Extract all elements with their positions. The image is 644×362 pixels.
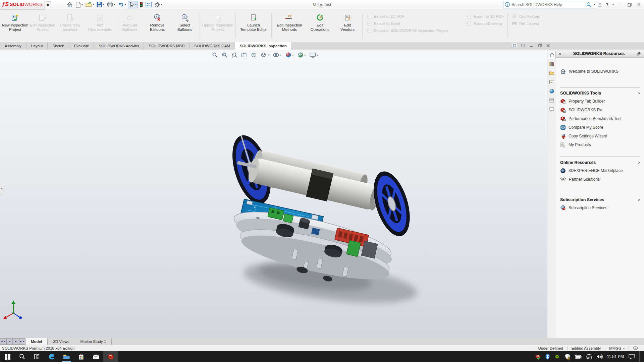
store-button[interactable] [74,351,89,362]
menu-expand-arrow[interactable]: ▶ [46,1,51,8]
new-document-caret[interactable]: ▾ [82,3,83,6]
search-input[interactable] [512,2,585,7]
partner-solutions-link[interactable]: Partner Solutions [560,175,640,184]
launch-template-editor-button[interactable]: LaunchTemplate Editor [237,12,270,32]
tab-solidworks-forum[interactable] [548,105,556,113]
tab-evaluate[interactable]: Evaluate [69,42,94,50]
select-tool-caret[interactable]: ▾ [135,3,137,6]
tab-file-explorer[interactable] [548,69,556,77]
export-to-excel-button[interactable]: Export to Excel [364,20,451,27]
taskbar-search-button[interactable] [15,351,30,362]
first-tab-button[interactable]: ◄◄ [0,338,6,345]
bluetooth-icon[interactable] [545,354,550,360]
tab-view-palette[interactable] [548,78,556,86]
pin-icon[interactable] [637,51,641,56]
update-inspection-project-button[interactable]: Update InspectionProject [201,12,234,32]
graphics-viewport[interactable]: ▾ ▾ ▾ ▾ ▾ ◀ [0,50,547,338]
print-button[interactable]: ▾ [106,1,116,8]
remove-balloons-button[interactable]: 1 RemoveBalloons [144,12,171,32]
options-button[interactable]: ▾ [153,1,163,8]
tab-solidworks-add-ins[interactable]: SOLIDWORKS Add-Ins [94,42,144,50]
performance-benchmark-test-link[interactable]: SRx Performance Benchmark Test [560,114,640,123]
select-balloons-button[interactable]: 1 SelectBalloons [171,12,199,32]
undo-button[interactable]: ▾ [117,1,127,8]
export-edrawing-button[interactable]: Export eDrawing [463,20,506,27]
new-inspection-project-button[interactable]: New InspectionProject [1,12,29,32]
mail-button[interactable] [89,351,103,362]
unit-system-selector[interactable]: MMGS ▴ [605,346,629,350]
property-tab-builder-link[interactable]: S Property Tab Builder [560,97,640,106]
copy-settings-wizard-link[interactable]: SW Copy Settings Wizard [560,132,640,140]
edge-browser-button[interactable] [44,351,59,362]
tab-solidworks-cam[interactable]: SOLIDWORKS CAM [190,42,235,50]
open-caret[interactable]: ▾ [93,3,94,6]
robot-3d-model[interactable] [0,50,547,338]
add-characteristic-button[interactable]: AddCharacteristic [86,12,114,32]
add-edit-balloons-button[interactable]: 1 Add/EditBalloons [116,12,144,32]
action-center-icon[interactable] [628,354,635,360]
help-search-box[interactable]: ? ▾ [503,1,597,8]
file-properties-button[interactable] [145,1,153,8]
nvidia-settings-icon[interactable] [554,354,560,360]
save-caret[interactable]: ▾ [103,3,104,6]
file-explorer-button[interactable] [59,351,74,362]
solidworks-ok-tray-icon[interactable]: SW [535,354,541,360]
3dexperience-marketplace-link[interactable]: 3DEXPERIENCE Marketplace [560,166,640,175]
home-button[interactable] [66,1,74,8]
tab-motion-study-1[interactable]: Motion Study 1 [75,338,112,345]
login-user-icon[interactable] [597,2,603,7]
my-products-link[interactable]: My Products [560,140,640,149]
help-menu-button[interactable]: ? [606,2,608,7]
compare-my-score-link[interactable]: Compare My Score [560,123,640,132]
tab-design-library[interactable] [548,60,556,68]
export-to-2d-pdf-button[interactable]: Export to 2D PDF [364,13,451,20]
export-to-3d-pdf-button[interactable]: Export to 3D PDF [463,13,506,20]
search-icon[interactable] [586,2,592,7]
subscription-services-link[interactable]: SW Subscription Services [560,203,640,212]
print-caret[interactable]: ▾ [114,3,115,6]
last-tab-button[interactable]: ►► [19,338,25,345]
help-menu-caret[interactable]: ▾ [612,3,614,6]
net-inspect-button[interactable]: Net-Inspect [509,20,543,27]
select-tool-button[interactable]: ▾ [128,1,138,8]
undo-caret[interactable]: ▾ [125,3,126,6]
tab-solidworks-resources[interactable] [548,51,556,59]
doc-restore-button[interactable] [537,43,542,48]
minimize-button[interactable]: – [617,2,623,7]
qualityxpert-button[interactable]: QualityXpert [509,13,543,20]
restore-button[interactable] [627,3,633,7]
solidworks-taskbar-button[interactable]: SW2018 [103,351,118,362]
edit-vendors-button[interactable]: EditVendors [334,12,361,32]
solidworks-logo[interactable]: ƒS SOLIDWORKS [0,0,44,9]
start-button[interactable] [0,351,15,362]
create-new-template-button[interactable]: Create Newtemplate [56,12,84,32]
collapse-pane-button[interactable]: « [559,51,561,56]
tab-solidworks-inspection[interactable]: SOLIDWORKS Inspection [235,42,292,50]
quick-tips-toggle[interactable] [629,346,642,350]
clock[interactable]: 11:51 PM [607,354,624,359]
prev-tab-button[interactable]: ◄ [6,338,13,345]
tab-assembly[interactable]: Assembly [0,42,26,50]
volume-icon[interactable] [596,354,603,359]
tab-model[interactable]: Model [25,338,48,345]
pane-toggle-button[interactable] [520,43,526,48]
edit-operations-button[interactable]: EditOperations [306,12,334,32]
tab-appearances-scenes[interactable] [548,87,556,95]
battery-icon[interactable] [575,354,582,359]
search-scope-caret[interactable]: ▾ [594,3,595,6]
dock-pane-button[interactable] [512,43,517,48]
edit-inspection-project-button[interactable]: Edit InspectionProject [29,12,56,32]
tab-custom-properties[interactable] [548,96,556,104]
save-button[interactable]: ▾ [96,1,105,8]
tab-sketch[interactable]: Sketch [48,42,69,50]
next-tab-button[interactable]: ► [13,338,19,345]
rebuild-button[interactable] [139,1,144,8]
doc-close-button[interactable] [545,43,551,48]
open-button[interactable]: ▾ [85,1,95,8]
defender-warning-icon[interactable] [565,354,571,360]
export-to-solidworks-inspection-project-button[interactable]: Export to SOLIDWORKS Inspection Project [364,27,451,34]
tab-layout[interactable]: Layout [26,42,48,50]
collapse-section-icon[interactable]: ˃ [638,161,640,165]
network-globe-icon[interactable] [586,354,592,360]
doc-minimize-button[interactable] [529,43,534,48]
